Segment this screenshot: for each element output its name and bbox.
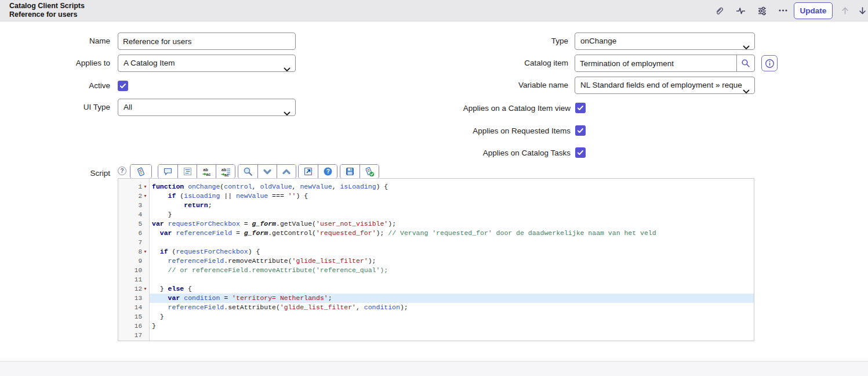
footer-bar	[0, 361, 868, 376]
svg-text:ab: ab	[204, 167, 208, 171]
line-number: 8	[138, 248, 142, 255]
replace-icon[interactable]: abac	[197, 165, 216, 178]
reference-lookup-button[interactable]	[736, 55, 754, 71]
catalog-item-input[interactable]	[575, 55, 736, 71]
line-number: 7	[138, 239, 142, 246]
code-line: referenceField.setAttribute('glide_list_…	[150, 303, 754, 312]
chevron-down-icon	[284, 106, 290, 116]
code-line: var condition = 'territory= Netherlands'…	[150, 294, 754, 303]
code-line: if (requestForCheckbox) {	[150, 247, 754, 256]
code-line: }	[150, 210, 754, 219]
code-line: } else {	[150, 284, 754, 294]
applies-catalog-item-view-checkbox[interactable]	[575, 103, 586, 113]
svg-text:?: ?	[326, 168, 329, 175]
search-icon[interactable]	[238, 165, 257, 178]
toolbar-group-edit: abac abac	[158, 164, 235, 179]
code-line	[150, 238, 754, 247]
more-options-icon[interactable]	[778, 7, 788, 17]
open-window-icon[interactable]	[299, 165, 318, 178]
save-icon[interactable]	[340, 165, 359, 178]
applies-requested-items-checkbox[interactable]	[575, 125, 586, 136]
line-number: 5	[138, 220, 142, 227]
chevron-down-icon	[743, 84, 750, 94]
record-type-title: Catalog Client Scripts	[9, 2, 85, 10]
applies-to-select[interactable]: A Catalog Item	[118, 55, 296, 72]
toolbar-group-syntax	[130, 164, 152, 179]
line-number: 12	[135, 285, 142, 292]
check-icon	[119, 82, 127, 90]
code-line: referenceField.removeAttribute('glide_li…	[150, 256, 754, 266]
toolbar-group-save	[340, 164, 379, 179]
reference-info-button[interactable]	[761, 55, 778, 71]
variable-name-select[interactable]: NL Standard fields end of employment » r…	[575, 77, 755, 94]
code-line: }	[150, 312, 754, 321]
fold-arrow-icon[interactable]: ▾	[142, 247, 148, 256]
info-icon	[765, 59, 775, 68]
fold-arrow-icon[interactable]: ▾	[142, 182, 148, 191]
line-number: 9	[138, 258, 142, 265]
syntax-editor-icon[interactable]	[130, 165, 151, 178]
help-icon[interactable]: ?	[118, 167, 126, 175]
personalize-form-icon[interactable]	[757, 6, 767, 16]
code-line: // or referenceField.removeAttribute('re…	[150, 266, 754, 275]
code-line: }	[150, 321, 754, 331]
line-number: 3	[138, 202, 142, 209]
line-number: 2	[138, 193, 142, 200]
type-select[interactable]: onChange	[575, 32, 755, 50]
type-label: Type	[452, 37, 568, 46]
line-number: 10	[135, 267, 142, 274]
type-value: onChange	[580, 37, 616, 45]
code-line: return;	[150, 201, 754, 210]
script-label: Script	[23, 169, 110, 178]
replace-all-icon[interactable]: abac	[216, 165, 235, 178]
line-number: 16	[135, 323, 142, 330]
line-number: 15	[135, 313, 142, 320]
attachment-icon[interactable]	[714, 6, 724, 16]
line-number: 17	[135, 332, 142, 339]
toolbar-group-find	[238, 164, 296, 179]
update-button[interactable]: Update	[794, 2, 833, 19]
next-record-icon[interactable]	[858, 6, 867, 16]
applies-catalog-tasks-checkbox[interactable]	[575, 147, 586, 158]
name-input[interactable]	[118, 32, 296, 50]
applies-requested-items-label: Applies on Requested Items	[397, 126, 571, 136]
fold-arrow-icon[interactable]: ▾	[142, 284, 148, 294]
api-help-icon[interactable]: ?	[318, 165, 337, 178]
active-checkbox[interactable]	[118, 81, 128, 91]
check-icon	[576, 104, 584, 112]
gutter: 1▾2▾345678▾9101112▾1314151617	[118, 179, 150, 341]
ui-type-select[interactable]: All	[118, 99, 296, 116]
variable-name-label: Variable name	[452, 81, 568, 90]
chevron-down-icon	[284, 62, 290, 72]
ui-type-value: All	[124, 103, 132, 111]
catalog-item-label: Catalog item	[452, 59, 568, 68]
activity-stream-icon[interactable]	[736, 6, 746, 16]
applies-catalog-tasks-label: Applies on Catalog Tasks	[397, 149, 571, 158]
ui-type-label: UI Type	[23, 103, 110, 112]
validate-script-icon[interactable]	[359, 165, 379, 178]
find-next-icon[interactable]	[257, 165, 277, 178]
find-previous-icon[interactable]	[277, 165, 296, 178]
code-line: if (isLoading || newValue === '') {	[150, 191, 754, 201]
code-line: var referenceField = g_form.getControl('…	[150, 229, 754, 238]
previous-record-icon[interactable]	[840, 6, 850, 16]
chevron-down-icon	[743, 39, 750, 50]
toolbar-group-window: ?	[298, 164, 337, 179]
page: Catalog Client Scripts Reference for use…	[0, 0, 868, 376]
header-bar: Catalog Client Scripts Reference for use…	[0, 0, 868, 21]
fold-arrow-icon[interactable]: ▾	[142, 191, 148, 201]
applies-to-label: Applies to	[23, 59, 110, 68]
line-number: 4	[138, 211, 142, 218]
format-code-icon[interactable]	[177, 165, 197, 178]
code-lines[interactable]: function onChange(control, oldValue, new…	[150, 179, 754, 341]
catalog-item-reference-field	[575, 55, 755, 72]
comment-icon[interactable]	[158, 165, 177, 178]
name-label: Name	[23, 37, 110, 46]
code-line	[150, 331, 754, 340]
svg-text:ac: ac	[224, 172, 229, 176]
line-number: 13	[135, 295, 142, 302]
code-line: var requestForCheckbox = g_form.getValue…	[150, 219, 754, 229]
svg-text:ab: ab	[221, 167, 226, 171]
line-number: 1	[138, 183, 142, 190]
line-number: 6	[138, 230, 142, 237]
